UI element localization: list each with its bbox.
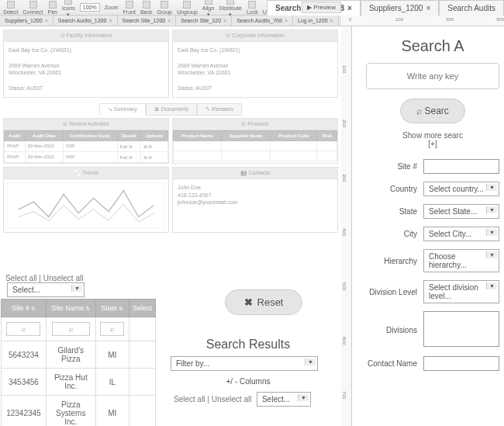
- unselect-all-link-2[interactable]: Unselect all: [212, 395, 252, 403]
- filter-site-no[interactable]: [6, 322, 40, 336]
- tool-connect[interactable]: Connect: [22, 1, 43, 15]
- search-results-panel: Search Results Filter by... +/ - Columns…: [167, 329, 330, 410]
- site-input[interactable]: [423, 159, 499, 174]
- columns-toggle[interactable]: +/ - Columns: [171, 377, 326, 386]
- contact-input[interactable]: [423, 356, 499, 371]
- search-icon: ⌕: [416, 106, 422, 116]
- hierarchy-label: Hierarchy: [366, 257, 423, 265]
- doc-tab[interactable]: Search Audits_768×: [232, 16, 293, 26]
- facility-header: ⊙ Facility Information: [4, 30, 168, 42]
- selection-controls: Select all | Unselect all Select...: [0, 272, 171, 300]
- doc-tab[interactable]: Suppliers_1200×: [0, 16, 54, 26]
- doc-tab[interactable]: Search Site_1200×: [118, 16, 177, 26]
- ruler-vertical: 100200300400500600700: [341, 26, 352, 426]
- tool-select[interactable]: Select: [3, 1, 18, 15]
- site-results-table: Site #⇅ Site Name⇅ State⇅ Select 5643234…: [1, 299, 156, 426]
- corporate-card: ⊙ Corporate Information East Bay Ice Co.…: [172, 29, 338, 98]
- trends-card: 📈 Trends: [3, 167, 169, 233]
- division-level-dropdown[interactable]: Select division level...: [423, 280, 499, 303]
- tab-summary[interactable]: ↘ Summary: [99, 103, 146, 116]
- country-label: Country: [366, 185, 423, 193]
- tool-front[interactable]: Front: [123, 1, 136, 15]
- products-card: ⊙ Products Product NameSupplier NameProd…: [172, 118, 338, 164]
- wireframe-background: ⊙ Facility Information East Bay Ice Co. …: [0, 26, 341, 279]
- filter-by-dropdown[interactable]: Filter by...: [171, 356, 318, 371]
- tool-zoom[interactable]: Zoom: [105, 5, 119, 10]
- reset-button[interactable]: ✖Reset: [225, 289, 303, 315]
- search-results-title: Search Results: [171, 338, 326, 352]
- col-select[interactable]: Select: [129, 300, 155, 317]
- search-form-panel: Search A ⌕ Searc Show more searc[+] Site…: [352, 26, 504, 426]
- contacts-card: 👥 Contacts John Doe 410-123-4567 johndoe…: [172, 167, 338, 233]
- tool-group[interactable]: Group: [157, 1, 171, 15]
- facility-card: ⊙ Facility Information East Bay Ice Co. …: [3, 29, 169, 98]
- results-table-panel: Site #⇅ Site Name⇅ State⇅ Select 5643234…: [0, 298, 157, 426]
- col-site-no[interactable]: Site #⇅: [2, 300, 47, 317]
- select-dropdown[interactable]: Select...: [7, 282, 85, 297]
- corporate-header: ⊙ Corporate Information: [173, 30, 337, 42]
- file-tab-suppliers-1200[interactable]: Suppliers_1200×: [361, 0, 439, 16]
- tab-documents[interactable]: 🗎 Documents: [146, 103, 197, 116]
- recent-table: AuditAudit DateCertification BodyResultO…: [4, 130, 168, 163]
- tool-ungroup[interactable]: Ungroup: [177, 1, 198, 15]
- col-state[interactable]: State⇅: [95, 300, 129, 317]
- reset-panel: ✖Reset: [202, 284, 326, 320]
- unselect-all-link[interactable]: Unselect all: [43, 274, 84, 282]
- divisions-textarea[interactable]: [423, 311, 499, 347]
- table-row[interactable]: 3453456Pizza Hut Inc.IL: [2, 369, 156, 396]
- city-dropdown[interactable]: Select City...: [423, 227, 499, 241]
- show-more-link[interactable]: Show more searc[+]: [366, 131, 499, 148]
- doc-tab[interactable]: Search Site_320×: [176, 16, 232, 26]
- canvas-area: ⊙ Facility Information East Bay Ice Co. …: [0, 26, 341, 426]
- close-icon: ✖: [244, 296, 253, 308]
- file-tab-search-audits[interactable]: Search Audits: [439, 0, 504, 16]
- col-site-name[interactable]: Site Name⇅: [46, 300, 95, 317]
- contact-label: Contact Name: [366, 359, 423, 368]
- state-label: State: [366, 207, 423, 216]
- close-icon[interactable]: ×: [426, 4, 430, 12]
- city-label: City: [366, 230, 423, 238]
- tab-remarks[interactable]: ✎ Remarks: [197, 103, 242, 116]
- close-icon[interactable]: ×: [347, 4, 352, 12]
- select-all-link[interactable]: Select all: [5, 274, 37, 282]
- search-button[interactable]: ⌕ Searc: [400, 99, 465, 123]
- country-dropdown[interactable]: Select country...: [423, 182, 499, 196]
- recent-activities-card: ⊙ Recent Activities AuditAudit DateCerti…: [3, 118, 169, 164]
- preview-button[interactable]: ▶ Preview: [302, 2, 341, 13]
- site-label: Site #: [366, 162, 423, 171]
- state-dropdown[interactable]: Select State...: [423, 204, 499, 219]
- doc-tab[interactable]: Search Audits_1200×: [54, 16, 118, 26]
- filter-site-name[interactable]: [52, 322, 90, 336]
- tool-back[interactable]: Back: [140, 1, 153, 15]
- table-row[interactable]: 12342345Pizza Systems Inc.MI: [2, 396, 156, 427]
- keyword-input[interactable]: [366, 63, 499, 89]
- zoom-level[interactable]: 100%: [80, 3, 100, 12]
- select-dropdown-2[interactable]: Select...: [257, 392, 311, 407]
- division-level-label: Division Level: [366, 288, 423, 296]
- tool-pen[interactable]: Pen: [48, 1, 57, 15]
- divisions-label: Divisions: [366, 326, 423, 334]
- filter-state[interactable]: [100, 322, 124, 336]
- table-row[interactable]: 5643234Gilard's PizzaMI: [2, 341, 156, 369]
- tool-lock[interactable]: Lock: [247, 1, 258, 15]
- hierarchy-dropdown[interactable]: Choose hierarchy...: [423, 249, 499, 272]
- doc-tab[interactable]: Log in_1200×: [293, 16, 339, 26]
- search-title: Search A: [366, 37, 499, 55]
- select-all-link-2[interactable]: Select all: [174, 395, 205, 403]
- ruler-horizontal: 0100200300: [341, 16, 504, 26]
